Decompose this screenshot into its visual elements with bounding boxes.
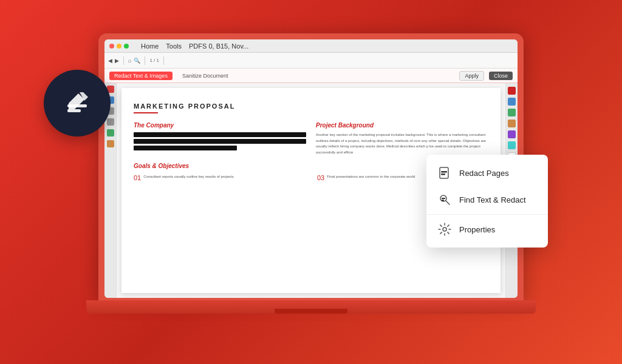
menu-divider bbox=[426, 214, 548, 215]
toolbar-page-info: 1 / 1 bbox=[149, 58, 159, 63]
menu-item-redact-pages[interactable]: Redact Pages bbox=[426, 160, 548, 186]
floating-tool-icon bbox=[44, 70, 111, 136]
redact-text-images-tab[interactable]: Redact Text & Images bbox=[109, 72, 173, 80]
toolbar-home-icon[interactable]: ⌂ bbox=[128, 58, 131, 64]
toolbar-zoom-icon[interactable]: 🔍 bbox=[134, 58, 140, 64]
laptop: Home Tools PDFS 0, B15, Nov... ◀ ▶ ⌂ 🔍 1… bbox=[92, 33, 530, 331]
project-body-text: Another key section of the marketing pro… bbox=[316, 132, 488, 155]
maximize-window-btn[interactable] bbox=[124, 44, 129, 49]
goal-2-text: Final presentations are common in the co… bbox=[327, 174, 415, 181]
redacted-bar-3 bbox=[134, 146, 237, 150]
right-panel-btn-2[interactable] bbox=[508, 98, 516, 106]
side-icon-5[interactable] bbox=[107, 129, 114, 136]
right-panel-btn-6[interactable] bbox=[508, 141, 516, 149]
goal-1-num: 01 bbox=[134, 174, 141, 181]
properties-icon bbox=[437, 222, 452, 237]
window-controls bbox=[109, 44, 129, 49]
pencil-icon bbox=[61, 87, 93, 119]
menu-file: PDFS 0, B15, Nov... bbox=[189, 42, 248, 50]
menu-tools[interactable]: Tools bbox=[166, 42, 182, 50]
laptop-base bbox=[86, 300, 536, 314]
toolbar-forward-icon[interactable]: ▶ bbox=[115, 58, 119, 64]
redacted-bar-2 bbox=[134, 139, 306, 144]
properties-icon-box bbox=[436, 221, 453, 238]
minimize-window-btn[interactable] bbox=[117, 44, 121, 49]
apply-btn[interactable]: Apply bbox=[459, 71, 484, 81]
sanitize-tab[interactable]: Sanitize Document bbox=[177, 72, 233, 80]
svg-rect-3 bbox=[441, 171, 447, 173]
doc-title: MARKETING PROPOSAL bbox=[134, 103, 488, 110]
svg-point-9 bbox=[443, 228, 446, 231]
toolbar-sep-2 bbox=[145, 56, 145, 65]
right-panel-btn-1[interactable] bbox=[508, 87, 516, 95]
project-heading: Project Background bbox=[316, 122, 488, 129]
redact-toolbar: Redact Text & Images Sanitize Document A… bbox=[104, 69, 518, 83]
menu-bar: Home Tools PDFS 0, B15, Nov... bbox=[104, 39, 518, 53]
toolbar-sep-1 bbox=[123, 56, 124, 65]
find-text-label: Find Text & Redact bbox=[459, 195, 526, 204]
menu-item-properties[interactable]: Properties bbox=[426, 216, 548, 243]
redact-pages-label: Redact Pages bbox=[459, 169, 509, 178]
close-window-btn[interactable] bbox=[109, 44, 114, 49]
main-scene: Home Tools PDFS 0, B15, Nov... ◀ ▶ ⌂ 🔍 1… bbox=[50, 18, 572, 346]
close-redact-btn[interactable]: Close bbox=[489, 72, 513, 80]
document-redact-icon bbox=[437, 166, 452, 180]
goal-1-text: Consultant reports usually outline key r… bbox=[143, 174, 233, 181]
company-column: The Company bbox=[134, 122, 306, 155]
project-column: Project Background Another key section o… bbox=[316, 122, 488, 155]
goal-2-num: 03 bbox=[317, 174, 324, 181]
toolbar: ◀ ▶ ⌂ 🔍 1 / 1 bbox=[104, 53, 518, 69]
doc-section-main: The Company Project Background Another k… bbox=[134, 122, 488, 155]
svg-rect-4 bbox=[441, 174, 445, 175]
right-panel-btn-3[interactable] bbox=[508, 109, 516, 116]
right-panel-btn-5[interactable] bbox=[508, 130, 516, 138]
svg-rect-7 bbox=[442, 198, 445, 199]
redacted-bar-1 bbox=[134, 132, 306, 137]
right-panel-btn-4[interactable] bbox=[508, 120, 516, 127]
menu-item-find-text[interactable]: Find Text & Redact bbox=[426, 186, 548, 213]
context-menu: Redact Pages Find Text & Redact bbox=[426, 155, 548, 248]
svg-rect-8 bbox=[442, 200, 444, 201]
svg-line-6 bbox=[446, 201, 449, 204]
search-redact-icon bbox=[437, 192, 452, 207]
find-text-icon-box bbox=[436, 191, 453, 208]
side-icon-4[interactable] bbox=[107, 118, 114, 126]
doc-underline bbox=[134, 112, 158, 113]
goal-item-1: 01 Consultant reports usually outline ke… bbox=[134, 174, 305, 181]
toolbar-sep-3 bbox=[163, 56, 164, 65]
redact-pages-icon-box bbox=[436, 164, 453, 181]
side-icon-6[interactable] bbox=[107, 140, 114, 147]
svg-rect-1 bbox=[67, 109, 81, 112]
company-heading: The Company bbox=[134, 122, 306, 129]
properties-label: Properties bbox=[459, 225, 495, 234]
svg-rect-2 bbox=[440, 167, 448, 178]
toolbar-back-icon[interactable]: ◀ bbox=[108, 58, 112, 64]
menu-home[interactable]: Home bbox=[141, 42, 159, 50]
